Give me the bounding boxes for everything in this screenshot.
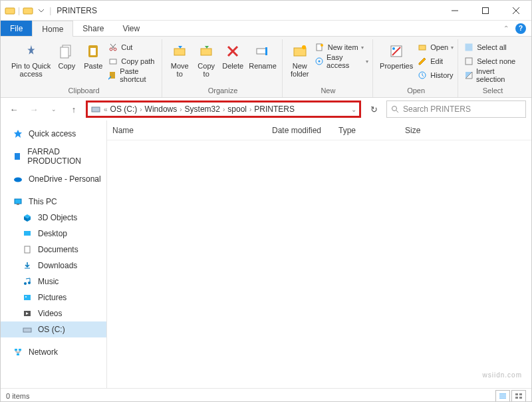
sidebar-this-pc[interactable]: This PC: [1, 194, 106, 210]
close-button[interactable]: [501, 1, 531, 21]
crumb-4[interactable]: PRINTERS: [254, 104, 295, 114]
svg-rect-50: [15, 349, 17, 351]
sidebar-3d-objects[interactable]: 3D Objects: [1, 210, 106, 226]
back-button[interactable]: ←: [6, 101, 22, 117]
move-to-button[interactable]: Move to: [168, 41, 192, 78]
sidebar-documents[interactable]: Documents: [1, 242, 106, 258]
view-large-toggle[interactable]: [511, 390, 526, 402]
svg-rect-14: [110, 59, 116, 64]
window-title: PRINTERS: [57, 6, 97, 15]
forward-button[interactable]: →: [26, 101, 42, 117]
chevron-icon[interactable]: ›: [140, 106, 142, 113]
svg-rect-46: [24, 295, 31, 300]
crumb-0[interactable]: OS (C:): [110, 104, 138, 114]
properties-button[interactable]: Properties: [378, 41, 414, 70]
column-headers: Name Date modified Type Size: [107, 120, 531, 140]
tab-file[interactable]: File: [1, 21, 32, 36]
view-details-toggle[interactable]: [495, 390, 510, 402]
svg-rect-51: [19, 349, 21, 351]
open-button[interactable]: Open ▾: [417, 41, 454, 54]
sidebar-music[interactable]: Music: [1, 274, 106, 290]
qa-separator-2: |: [49, 6, 51, 15]
crumb-3[interactable]: spool: [227, 104, 247, 114]
sidebar-onedrive[interactable]: OneDrive - Personal: [1, 171, 106, 187]
svg-rect-9: [90, 48, 96, 55]
sidebar-pictures[interactable]: Pictures: [1, 290, 106, 305]
maximize-button[interactable]: [470, 1, 501, 21]
folder-icon-small: [23, 5, 33, 16]
svg-rect-3: [483, 7, 489, 13]
copy-path-icon: [108, 56, 118, 67]
invert-selection-button[interactable]: Invert selection: [464, 69, 522, 82]
select-none-button[interactable]: Select none: [464, 55, 522, 68]
item-count: 0 items: [6, 392, 29, 400]
crumb-1[interactable]: Windows: [145, 104, 178, 114]
recent-dropdown[interactable]: ⌄: [46, 101, 62, 117]
ribbon: Pin to Quick access Copy Paste Cut Copy …: [1, 37, 531, 98]
sidebar-videos[interactable]: Videos: [1, 305, 106, 321]
cut-button[interactable]: Cut: [108, 41, 158, 54]
this-pc-label: This PC: [29, 197, 57, 206]
svg-line-36: [396, 110, 398, 112]
svg-rect-0: [5, 8, 15, 14]
rename-button[interactable]: Rename: [247, 41, 278, 70]
col-type[interactable]: Type: [338, 126, 405, 135]
new-item-icon: [315, 42, 325, 53]
open-label: Open: [430, 43, 448, 51]
copy-path-button[interactable]: Copy path: [108, 55, 158, 68]
new-item-button[interactable]: New item ▾: [315, 41, 368, 54]
sidebar-os-c[interactable]: OS (C:): [1, 321, 106, 337]
history-button[interactable]: History: [417, 69, 454, 82]
sidebar-network[interactable]: Network: [1, 344, 106, 360]
svg-rect-58: [515, 397, 518, 399]
svg-point-25: [321, 44, 323, 47]
address-bar[interactable]: « OS (C:)› Windows› System32› spool› PRI…: [86, 100, 361, 118]
chevron-icon[interactable]: ›: [223, 106, 225, 113]
tab-share[interactable]: Share: [73, 21, 113, 36]
up-button[interactable]: ↑: [66, 101, 82, 117]
pin-quick-access-button[interactable]: Pin to Quick access: [10, 41, 52, 78]
paste-button[interactable]: Paste: [81, 41, 105, 70]
help-icon[interactable]: ?: [515, 23, 526, 34]
easy-access-button[interactable]: Easy access ▾: [315, 55, 368, 68]
sidebar-desktop[interactable]: Desktop: [1, 226, 106, 242]
copy-button[interactable]: Copy: [55, 41, 78, 70]
delete-button[interactable]: Delete: [221, 41, 245, 70]
select-all-button[interactable]: Select all: [464, 41, 522, 54]
copy-to-button[interactable]: Copy to: [194, 41, 218, 78]
col-date[interactable]: Date modified: [272, 126, 338, 135]
col-size[interactable]: Size: [405, 126, 445, 135]
open-icon: [417, 42, 428, 53]
invert-icon: [464, 70, 473, 81]
tab-view[interactable]: View: [113, 21, 149, 36]
col-name[interactable]: Name: [112, 126, 272, 135]
new-folder-button[interactable]: New folder: [288, 41, 312, 78]
chevron-icon[interactable]: ›: [249, 106, 251, 113]
chevron-icon[interactable]: ›: [180, 106, 182, 113]
organize-label: Organize: [168, 85, 278, 96]
sidebar-downloads[interactable]: Downloads: [1, 258, 106, 274]
history-icon: [417, 70, 428, 81]
svg-point-44: [24, 282, 27, 285]
search-box[interactable]: Search PRINTERS: [386, 100, 526, 118]
new-item-label: New item: [328, 43, 358, 51]
paste-shortcut-button[interactable]: Paste shortcut: [108, 69, 158, 82]
qa-dropdown-icon[interactable]: [36, 5, 47, 16]
network-label: Network: [29, 347, 58, 357]
minimize-button[interactable]: [440, 1, 470, 21]
ribbon-collapse-icon[interactable]: ⌃: [503, 25, 509, 32]
sidebar-farrad[interactable]: FARRAD PRODUCTION: [1, 148, 106, 164]
svg-rect-21: [265, 47, 267, 55]
content-pane: Name Date modified Type Size: [107, 120, 531, 388]
svg-rect-49: [23, 328, 31, 332]
svg-rect-57: [519, 393, 522, 395]
sidebar-quick-access[interactable]: Quick access: [1, 126, 106, 142]
music-icon: [22, 276, 33, 287]
svg-point-23: [302, 45, 306, 49]
crumb-2[interactable]: System32: [185, 104, 220, 114]
tab-home[interactable]: Home: [32, 21, 73, 37]
refresh-button[interactable]: ↻: [365, 100, 382, 118]
edit-button[interactable]: Edit: [417, 55, 454, 68]
address-dropdown-icon[interactable]: ⌄: [351, 106, 356, 113]
svg-rect-42: [25, 246, 30, 253]
